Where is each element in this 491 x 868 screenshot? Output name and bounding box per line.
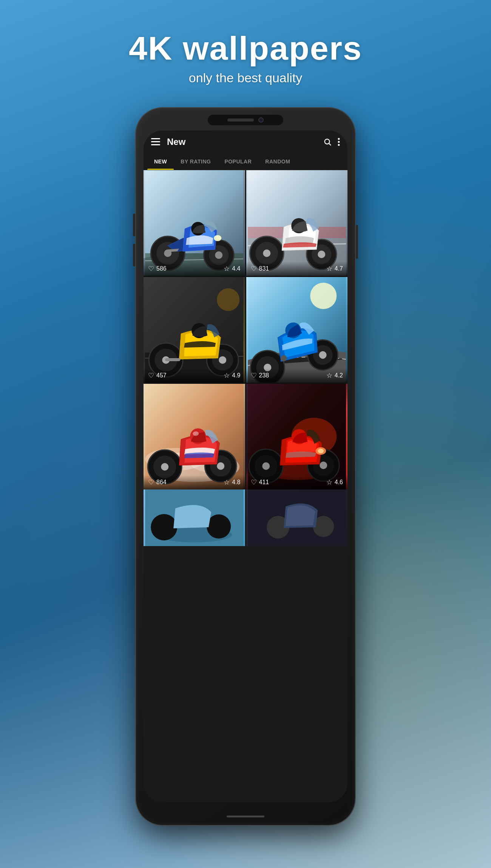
svg-point-42 (310, 283, 337, 309)
wallpaper-4-footer: ♡ 238 ☆ 4.2 (246, 368, 348, 383)
moto-image-4 (246, 277, 348, 383)
rating-group-6: ☆ 4.6 (326, 478, 343, 486)
svg-point-62 (193, 431, 199, 436)
moto-image-6 (246, 384, 348, 489)
volume-down-button (133, 244, 135, 266)
likes-group-2: ♡ 831 (251, 265, 269, 273)
likes-group-3: ♡ 457 (148, 371, 167, 380)
front-camera (258, 117, 264, 123)
menu-button[interactable] (151, 138, 160, 145)
moto-image-3 (144, 277, 245, 383)
rating-group-4: ☆ 4.2 (326, 371, 343, 380)
likes-count-5: 864 (156, 479, 167, 486)
star-icon-6: ☆ (326, 478, 332, 486)
heart-icon-1: ♡ (148, 265, 154, 273)
svg-point-57 (161, 463, 168, 471)
header-right (323, 138, 340, 146)
heart-icon-4: ♡ (251, 371, 257, 380)
heart-icon-6: ♡ (251, 478, 257, 486)
rating-3: 4.9 (232, 372, 240, 379)
rating-group-1: ☆ 4.4 (224, 265, 240, 273)
app-header: New (144, 131, 347, 153)
header-left: New (151, 137, 185, 147)
svg-point-38 (219, 356, 226, 364)
wallpaper-item-5[interactable]: ♡ 864 ☆ 4.8 (144, 384, 245, 489)
phone-notch (208, 115, 283, 125)
wallpaper-item-1[interactable]: ♡ 586 ☆ 4.4 (144, 170, 245, 276)
tab-popular[interactable]: POPULAR (218, 153, 258, 170)
svg-point-77 (151, 514, 177, 540)
svg-point-60 (217, 462, 224, 470)
more-options-button[interactable] (338, 138, 340, 146)
phone-speaker (227, 119, 254, 122)
likes-group-4: ♡ 238 (251, 371, 269, 380)
home-indicator (227, 816, 264, 817)
likes-count-3: 457 (156, 372, 167, 379)
svg-point-2 (338, 138, 340, 140)
wallpaper-item-4[interactable]: ♡ 238 ☆ 4.2 (246, 277, 348, 383)
wallpaper-item-6[interactable]: ♡ 411 ☆ 4.6 (246, 384, 348, 489)
rating-group-3: ☆ 4.9 (224, 371, 240, 380)
likes-group-1: ♡ 586 (148, 265, 167, 273)
partial-moto-2 (246, 489, 348, 546)
svg-point-27 (318, 251, 325, 258)
hamburger-line-3 (151, 144, 160, 145)
wallpaper-3-footer: ♡ 457 ☆ 4.9 (144, 368, 245, 383)
rating-group-5: ☆ 4.8 (224, 478, 240, 486)
rating-1: 4.4 (232, 265, 240, 272)
rating-2: 4.7 (335, 265, 343, 272)
partial-row (144, 489, 347, 546)
likes-count-4: 238 (259, 372, 269, 379)
heart-icon-5: ♡ (148, 478, 154, 486)
tab-random[interactable]: RANDOM (258, 153, 297, 170)
tab-new[interactable]: NEW (147, 153, 174, 170)
partial-moto-1 (144, 489, 245, 546)
partial-item-2[interactable] (246, 489, 348, 546)
rating-5: 4.8 (232, 479, 240, 486)
svg-point-4 (338, 144, 340, 146)
moto-image-5 (144, 384, 245, 489)
wallpaper-item-3[interactable]: ♡ 457 ☆ 4.9 (144, 277, 245, 383)
svg-point-68 (262, 462, 270, 470)
tab-bar: NEW BY RATING POPULAR RANDOM (144, 153, 347, 170)
wallpaper-6-footer: ♡ 411 ☆ 4.6 (246, 475, 348, 489)
svg-point-0 (325, 139, 330, 144)
phone-screen: New (144, 131, 347, 802)
volume-up-button (133, 214, 135, 236)
search-button[interactable] (323, 138, 332, 146)
likes-group-5: ♡ 864 (148, 478, 167, 486)
svg-point-17 (214, 235, 221, 241)
wallpaper-item-2[interactable]: ♡ 831 ☆ 4.7 (246, 170, 348, 276)
svg-rect-40 (165, 358, 180, 361)
header-section: 4K wallpapers only the best quality (129, 30, 362, 85)
svg-point-32 (217, 288, 239, 311)
likes-count-6: 411 (259, 479, 269, 486)
svg-point-3 (338, 141, 340, 143)
hamburger-line-2 (151, 141, 160, 142)
rating-6: 4.6 (335, 479, 343, 486)
star-icon-5: ☆ (224, 478, 230, 486)
power-button (356, 225, 358, 259)
star-icon-2: ☆ (326, 265, 332, 273)
star-icon-1: ☆ (224, 265, 230, 273)
svg-point-74 (318, 449, 324, 453)
main-title: 4K wallpapers (129, 30, 362, 67)
svg-point-78 (207, 514, 231, 539)
svg-point-24 (263, 249, 270, 257)
rating-group-2: ☆ 4.7 (326, 265, 343, 273)
wallpaper-grid: ♡ 586 ☆ 4.4 (144, 170, 347, 489)
heart-icon-2: ♡ (251, 265, 257, 273)
likes-count-1: 586 (156, 265, 167, 272)
heart-icon-3: ♡ (148, 371, 154, 380)
svg-line-1 (329, 143, 331, 145)
svg-point-71 (320, 462, 327, 469)
hamburger-line-1 (151, 138, 160, 139)
main-subtitle: only the best quality (129, 71, 362, 85)
tab-by-rating[interactable]: BY RATING (174, 153, 218, 170)
wallpaper-5-footer: ♡ 864 ☆ 4.8 (144, 475, 245, 489)
phone-mockup: New (136, 108, 355, 825)
svg-point-14 (215, 251, 222, 259)
partial-item-1[interactable] (144, 489, 245, 546)
likes-count-2: 831 (259, 265, 269, 272)
app-title: New (167, 137, 185, 147)
